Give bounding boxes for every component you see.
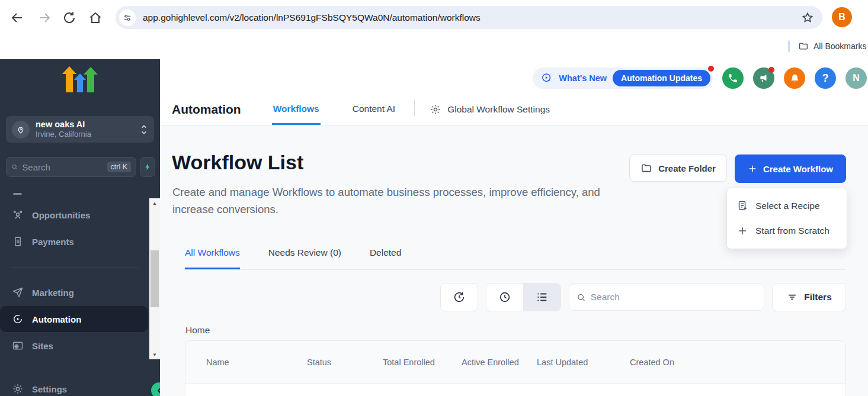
sidebar-scrollbar[interactable]: ▲ ▼: [149, 198, 160, 359]
location-pin-icon: [12, 121, 30, 139]
whats-new-button[interactable]: What's New Automation Updates: [533, 67, 713, 89]
menu-item-select-recipe[interactable]: Select a Recipe: [727, 194, 847, 218]
url-text[interactable]: app.gohighlevel.com/v2/location/lnPS691g…: [143, 12, 801, 23]
history-icon: [453, 291, 466, 304]
workflow-search[interactable]: [569, 284, 764, 311]
global-workflow-settings-link[interactable]: Global Workflow Settings: [430, 94, 550, 125]
phone-button[interactable]: [722, 67, 744, 89]
view-toggle: [486, 283, 561, 311]
notifications-button[interactable]: [784, 67, 805, 89]
search-icon: [11, 162, 18, 172]
list-toolbar: Filters: [440, 283, 846, 311]
breadcrumb[interactable]: Home: [185, 325, 210, 336]
scrolled-item-fragment: [13, 193, 22, 195]
create-folder-button[interactable]: Create Folder: [629, 154, 727, 182]
section-title: Automation: [172, 102, 241, 117]
content-area: Workflow List Create and manage Workflow…: [160, 125, 868, 396]
bell-icon: [789, 73, 800, 84]
sidebar-item-settings[interactable]: Settings: [0, 376, 148, 396]
bookmarks-folder-icon: [798, 41, 809, 51]
column-status: Status: [307, 358, 383, 367]
bookmark-star-icon[interactable]: [801, 11, 814, 24]
recipe-icon: [736, 200, 748, 212]
history-button[interactable]: [440, 283, 478, 311]
whats-new-label: What's New: [559, 73, 607, 83]
scrollbar-thumb[interactable]: [150, 250, 159, 307]
payments-icon: $: [12, 236, 24, 247]
notification-dot: [768, 67, 774, 73]
automation-updates-badge[interactable]: Automation Updates: [613, 70, 710, 86]
plus-icon: [736, 225, 748, 237]
sidebar-item-payments[interactable]: $ Payments: [0, 228, 148, 255]
help-button[interactable]: ?: [815, 67, 836, 89]
notification-dot: [708, 66, 714, 72]
scroll-down-icon[interactable]: ▼: [149, 350, 160, 359]
browser-toolbar: app.gohighlevel.com/v2/location/lnPS691g…: [0, 0, 868, 34]
column-name: Name: [206, 358, 307, 367]
table-header-row: Name Status Total Enrolled Active Enroll…: [185, 341, 845, 384]
sidebar-item-automation[interactable]: Automation: [0, 306, 148, 332]
user-avatar[interactable]: N: [845, 67, 867, 89]
sidebar-item-opportunities[interactable]: Opportunities: [0, 202, 148, 228]
reload-icon[interactable]: [62, 11, 76, 25]
address-bar[interactable]: app.gohighlevel.com/v2/location/lnPS691g…: [116, 6, 822, 29]
column-created-on: Created On: [630, 358, 748, 367]
tab-needs-review[interactable]: Needs Review (0): [268, 247, 341, 269]
page-subtitle: Create and manage Workflows to automate …: [172, 183, 602, 218]
create-workflow-menu: Select a Recipe Start from Scratch: [727, 188, 847, 249]
column-last-updated: Last Updated: [537, 358, 630, 367]
tab-deleted[interactable]: Deleted: [370, 247, 401, 269]
create-workflow-button[interactable]: Create Workflow: [735, 154, 846, 183]
phone-icon: [728, 73, 738, 83]
folder-icon: [640, 162, 652, 174]
workflow-table: Name Status Total Enrolled Active Enroll…: [185, 340, 846, 396]
workflow-list-tabs: All Workflows Needs Review (0) Deleted: [185, 247, 846, 270]
announcements-button[interactable]: [753, 67, 774, 89]
automation-icon: [12, 313, 24, 325]
main-panel: What's New Automation Updates: [160, 59, 868, 396]
account-location: Irvine, California: [36, 130, 140, 139]
bolt-icon: [143, 162, 152, 172]
back-icon[interactable]: [10, 11, 24, 25]
sidebar-item-marketing[interactable]: Marketing: [0, 279, 148, 305]
workflow-search-input[interactable]: [591, 292, 757, 302]
bookmarks-bar: All Bookmarks: [0, 34, 868, 59]
scroll-up-icon[interactable]: ▲: [149, 198, 160, 208]
all-bookmarks-label: All Bookmarks: [813, 41, 866, 51]
home-icon[interactable]: [88, 11, 103, 25]
bookmarks-divider: [788, 40, 790, 52]
account-switcher[interactable]: new oaks AI Irvine, California: [6, 116, 154, 143]
quick-actions-button[interactable]: [140, 157, 155, 177]
chevron-updown-icon: [140, 124, 148, 136]
search-icon: [576, 292, 586, 302]
tab-all-workflows[interactable]: All Workflows: [185, 247, 240, 269]
search-shortcut-badge: ctrl K: [107, 162, 131, 172]
sites-icon: [12, 340, 24, 352]
column-active-enrolled: Active Enrolled: [462, 356, 537, 369]
forward-icon[interactable]: [37, 11, 52, 25]
sidebar-item-sites[interactable]: Sites: [0, 333, 148, 359]
whats-new-icon: [541, 72, 553, 84]
clock-icon: [498, 291, 511, 304]
sidebar-search[interactable]: ctrl K: [6, 157, 136, 177]
plus-icon: [748, 164, 757, 173]
tab-content-ai[interactable]: Content AI: [351, 94, 396, 125]
browser-profile-avatar[interactable]: B: [832, 7, 852, 27]
gear-icon: [430, 104, 441, 115]
topbar-actions: What's New Automation Updates: [533, 67, 867, 89]
tab-workflows[interactable]: Workflows: [272, 94, 321, 125]
page-header: What's New Automation Updates: [160, 59, 868, 125]
all-bookmarks-button[interactable]: All Bookmarks: [788, 38, 868, 54]
site-settings-icon[interactable]: [119, 9, 136, 26]
list-view-button[interactable]: [524, 284, 560, 311]
filters-button[interactable]: Filters: [772, 283, 846, 311]
account-name: new oaks AI: [36, 120, 140, 130]
menu-item-start-from-scratch[interactable]: Start from Scratch: [727, 218, 847, 243]
header-tabs: Automation Workflows Content AI Global W…: [172, 94, 550, 125]
svg-text:$: $: [17, 239, 20, 244]
page-title: Workflow List: [172, 151, 303, 174]
gohighlevel-logo: [0, 66, 160, 97]
timeline-view-button[interactable]: [486, 284, 523, 311]
sidebar-search-input[interactable]: [22, 162, 107, 172]
sidebar-divider: [11, 268, 139, 268]
